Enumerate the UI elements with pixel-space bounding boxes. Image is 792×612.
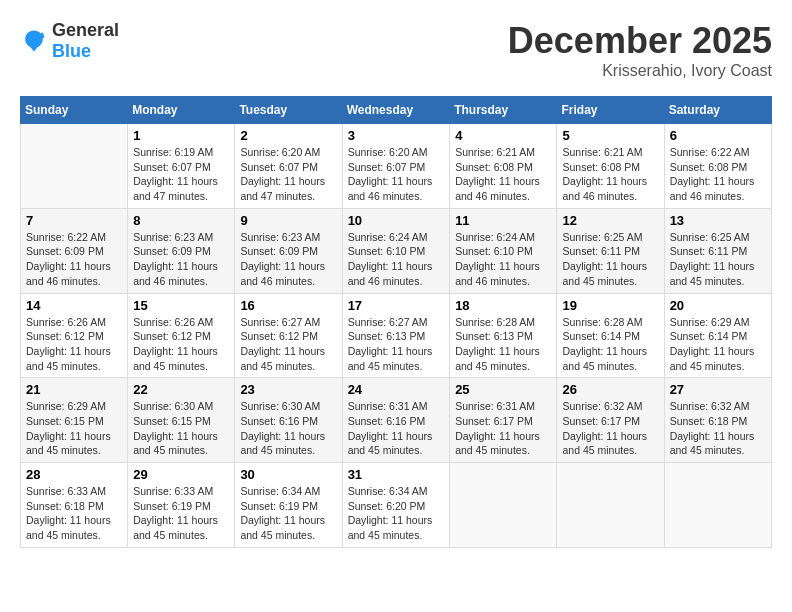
week-row-5: 28Sunrise: 6:33 AM Sunset: 6:18 PM Dayli…: [21, 463, 772, 548]
day-info: Sunrise: 6:28 AM Sunset: 6:14 PM Dayligh…: [562, 315, 658, 374]
calendar-cell: 2Sunrise: 6:20 AM Sunset: 6:07 PM Daylig…: [235, 124, 342, 209]
week-row-2: 7Sunrise: 6:22 AM Sunset: 6:09 PM Daylig…: [21, 208, 772, 293]
calendar-cell: 28Sunrise: 6:33 AM Sunset: 6:18 PM Dayli…: [21, 463, 128, 548]
day-info: Sunrise: 6:22 AM Sunset: 6:08 PM Dayligh…: [670, 145, 766, 204]
calendar-cell: 1Sunrise: 6:19 AM Sunset: 6:07 PM Daylig…: [128, 124, 235, 209]
calendar-table: SundayMondayTuesdayWednesdayThursdayFrid…: [20, 96, 772, 548]
calendar-header-row: SundayMondayTuesdayWednesdayThursdayFrid…: [21, 97, 772, 124]
day-info: Sunrise: 6:31 AM Sunset: 6:17 PM Dayligh…: [455, 399, 551, 458]
day-number: 21: [26, 382, 122, 397]
calendar-cell: 13Sunrise: 6:25 AM Sunset: 6:11 PM Dayli…: [664, 208, 771, 293]
day-info: Sunrise: 6:24 AM Sunset: 6:10 PM Dayligh…: [455, 230, 551, 289]
calendar-cell: 31Sunrise: 6:34 AM Sunset: 6:20 PM Dayli…: [342, 463, 450, 548]
day-info: Sunrise: 6:30 AM Sunset: 6:16 PM Dayligh…: [240, 399, 336, 458]
calendar-cell: 20Sunrise: 6:29 AM Sunset: 6:14 PM Dayli…: [664, 293, 771, 378]
calendar-cell: 12Sunrise: 6:25 AM Sunset: 6:11 PM Dayli…: [557, 208, 664, 293]
day-info: Sunrise: 6:31 AM Sunset: 6:16 PM Dayligh…: [348, 399, 445, 458]
day-info: Sunrise: 6:25 AM Sunset: 6:11 PM Dayligh…: [670, 230, 766, 289]
day-info: Sunrise: 6:23 AM Sunset: 6:09 PM Dayligh…: [240, 230, 336, 289]
logo-text: General Blue: [52, 20, 119, 62]
day-number: 26: [562, 382, 658, 397]
day-info: Sunrise: 6:33 AM Sunset: 6:19 PM Dayligh…: [133, 484, 229, 543]
logo-blue: Blue: [52, 41, 91, 61]
calendar-cell: 3Sunrise: 6:20 AM Sunset: 6:07 PM Daylig…: [342, 124, 450, 209]
week-row-3: 14Sunrise: 6:26 AM Sunset: 6:12 PM Dayli…: [21, 293, 772, 378]
day-number: 2: [240, 128, 336, 143]
day-info: Sunrise: 6:19 AM Sunset: 6:07 PM Dayligh…: [133, 145, 229, 204]
day-number: 13: [670, 213, 766, 228]
day-info: Sunrise: 6:26 AM Sunset: 6:12 PM Dayligh…: [26, 315, 122, 374]
calendar-cell: [21, 124, 128, 209]
day-info: Sunrise: 6:33 AM Sunset: 6:18 PM Dayligh…: [26, 484, 122, 543]
day-number: 22: [133, 382, 229, 397]
day-number: 10: [348, 213, 445, 228]
day-number: 31: [348, 467, 445, 482]
logo-icon: [20, 27, 48, 55]
calendar-cell: 11Sunrise: 6:24 AM Sunset: 6:10 PM Dayli…: [450, 208, 557, 293]
day-number: 1: [133, 128, 229, 143]
day-info: Sunrise: 6:34 AM Sunset: 6:20 PM Dayligh…: [348, 484, 445, 543]
day-info: Sunrise: 6:21 AM Sunset: 6:08 PM Dayligh…: [455, 145, 551, 204]
calendar-cell: 9Sunrise: 6:23 AM Sunset: 6:09 PM Daylig…: [235, 208, 342, 293]
day-info: Sunrise: 6:20 AM Sunset: 6:07 PM Dayligh…: [240, 145, 336, 204]
logo-general: General: [52, 20, 119, 40]
day-info: Sunrise: 6:27 AM Sunset: 6:12 PM Dayligh…: [240, 315, 336, 374]
calendar-cell: 24Sunrise: 6:31 AM Sunset: 6:16 PM Dayli…: [342, 378, 450, 463]
day-number: 6: [670, 128, 766, 143]
day-number: 20: [670, 298, 766, 313]
day-number: 12: [562, 213, 658, 228]
day-number: 25: [455, 382, 551, 397]
day-header-saturday: Saturday: [664, 97, 771, 124]
calendar-cell: 17Sunrise: 6:27 AM Sunset: 6:13 PM Dayli…: [342, 293, 450, 378]
calendar-cell: 29Sunrise: 6:33 AM Sunset: 6:19 PM Dayli…: [128, 463, 235, 548]
calendar-cell: 22Sunrise: 6:30 AM Sunset: 6:15 PM Dayli…: [128, 378, 235, 463]
day-number: 5: [562, 128, 658, 143]
page-header: General Blue December 2025 Krisserahio, …: [20, 20, 772, 80]
day-number: 19: [562, 298, 658, 313]
day-number: 30: [240, 467, 336, 482]
calendar-cell: 27Sunrise: 6:32 AM Sunset: 6:18 PM Dayli…: [664, 378, 771, 463]
day-info: Sunrise: 6:32 AM Sunset: 6:17 PM Dayligh…: [562, 399, 658, 458]
calendar-cell: 25Sunrise: 6:31 AM Sunset: 6:17 PM Dayli…: [450, 378, 557, 463]
day-header-thursday: Thursday: [450, 97, 557, 124]
day-info: Sunrise: 6:21 AM Sunset: 6:08 PM Dayligh…: [562, 145, 658, 204]
day-header-sunday: Sunday: [21, 97, 128, 124]
day-header-monday: Monday: [128, 97, 235, 124]
day-number: 29: [133, 467, 229, 482]
location-subtitle: Krisserahio, Ivory Coast: [508, 62, 772, 80]
logo: General Blue: [20, 20, 119, 62]
day-info: Sunrise: 6:25 AM Sunset: 6:11 PM Dayligh…: [562, 230, 658, 289]
calendar-cell: 19Sunrise: 6:28 AM Sunset: 6:14 PM Dayli…: [557, 293, 664, 378]
day-info: Sunrise: 6:34 AM Sunset: 6:19 PM Dayligh…: [240, 484, 336, 543]
day-number: 28: [26, 467, 122, 482]
day-number: 24: [348, 382, 445, 397]
calendar-cell: [557, 463, 664, 548]
day-number: 18: [455, 298, 551, 313]
day-number: 8: [133, 213, 229, 228]
day-number: 14: [26, 298, 122, 313]
day-info: Sunrise: 6:29 AM Sunset: 6:15 PM Dayligh…: [26, 399, 122, 458]
calendar-cell: 7Sunrise: 6:22 AM Sunset: 6:09 PM Daylig…: [21, 208, 128, 293]
day-header-friday: Friday: [557, 97, 664, 124]
calendar-cell: 18Sunrise: 6:28 AM Sunset: 6:13 PM Dayli…: [450, 293, 557, 378]
day-number: 9: [240, 213, 336, 228]
week-row-1: 1Sunrise: 6:19 AM Sunset: 6:07 PM Daylig…: [21, 124, 772, 209]
calendar-cell: 16Sunrise: 6:27 AM Sunset: 6:12 PM Dayli…: [235, 293, 342, 378]
day-info: Sunrise: 6:26 AM Sunset: 6:12 PM Dayligh…: [133, 315, 229, 374]
day-info: Sunrise: 6:27 AM Sunset: 6:13 PM Dayligh…: [348, 315, 445, 374]
calendar-cell: [450, 463, 557, 548]
day-info: Sunrise: 6:28 AM Sunset: 6:13 PM Dayligh…: [455, 315, 551, 374]
day-info: Sunrise: 6:29 AM Sunset: 6:14 PM Dayligh…: [670, 315, 766, 374]
calendar-cell: 14Sunrise: 6:26 AM Sunset: 6:12 PM Dayli…: [21, 293, 128, 378]
calendar-cell: 5Sunrise: 6:21 AM Sunset: 6:08 PM Daylig…: [557, 124, 664, 209]
day-number: 16: [240, 298, 336, 313]
week-row-4: 21Sunrise: 6:29 AM Sunset: 6:15 PM Dayli…: [21, 378, 772, 463]
month-year-title: December 2025: [508, 20, 772, 62]
calendar-cell: 15Sunrise: 6:26 AM Sunset: 6:12 PM Dayli…: [128, 293, 235, 378]
day-info: Sunrise: 6:32 AM Sunset: 6:18 PM Dayligh…: [670, 399, 766, 458]
day-info: Sunrise: 6:30 AM Sunset: 6:15 PM Dayligh…: [133, 399, 229, 458]
day-number: 17: [348, 298, 445, 313]
day-info: Sunrise: 6:22 AM Sunset: 6:09 PM Dayligh…: [26, 230, 122, 289]
day-info: Sunrise: 6:24 AM Sunset: 6:10 PM Dayligh…: [348, 230, 445, 289]
day-number: 15: [133, 298, 229, 313]
